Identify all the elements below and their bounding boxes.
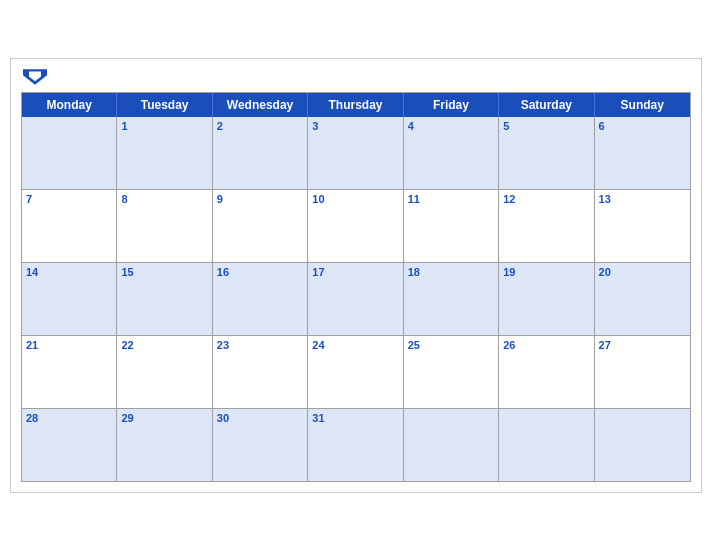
day-cell: 21	[22, 336, 117, 408]
day-number: 31	[312, 412, 398, 424]
day-number: 6	[599, 120, 686, 132]
day-number: 28	[26, 412, 112, 424]
day-cell: 0	[595, 409, 690, 481]
day-number: 8	[121, 193, 207, 205]
week-row-2: 78910111213	[22, 190, 690, 263]
day-header-monday: Monday	[22, 93, 117, 117]
day-cell: 0	[22, 117, 117, 189]
day-number: 20	[599, 266, 686, 278]
day-cell: 20	[595, 263, 690, 335]
calendar: MondayTuesdayWednesdayThursdayFridaySatu…	[10, 58, 702, 493]
day-cell: 7	[22, 190, 117, 262]
calendar-weeks: 0123456789101112131415161718192021222324…	[22, 117, 690, 482]
day-cell: 13	[595, 190, 690, 262]
day-cell: 25	[404, 336, 499, 408]
day-header-wednesday: Wednesday	[213, 93, 308, 117]
day-number: 3	[312, 120, 398, 132]
day-cell: 19	[499, 263, 594, 335]
day-cell: 24	[308, 336, 403, 408]
day-number: 2	[217, 120, 303, 132]
calendar-grid: MondayTuesdayWednesdayThursdayFridaySatu…	[21, 92, 691, 482]
day-number: 15	[121, 266, 207, 278]
day-number: 24	[312, 339, 398, 351]
day-header-thursday: Thursday	[308, 93, 403, 117]
day-cell: 22	[117, 336, 212, 408]
day-header-tuesday: Tuesday	[117, 93, 212, 117]
day-number: 13	[599, 193, 686, 205]
day-cell: 0	[404, 409, 499, 481]
day-number: 12	[503, 193, 589, 205]
day-header-saturday: Saturday	[499, 93, 594, 117]
day-number: 18	[408, 266, 494, 278]
day-cell: 5	[499, 117, 594, 189]
day-cell: 6	[595, 117, 690, 189]
logo-icon	[23, 69, 47, 85]
day-cell: 2	[213, 117, 308, 189]
day-cell: 15	[117, 263, 212, 335]
day-cell: 11	[404, 190, 499, 262]
day-number: 16	[217, 266, 303, 278]
day-cell: 17	[308, 263, 403, 335]
day-number: 27	[599, 339, 686, 351]
day-number: 17	[312, 266, 398, 278]
day-cell: 9	[213, 190, 308, 262]
day-cell: 4	[404, 117, 499, 189]
day-cell: 16	[213, 263, 308, 335]
day-number: 14	[26, 266, 112, 278]
day-number: 29	[121, 412, 207, 424]
day-number: 7	[26, 193, 112, 205]
day-number: 5	[503, 120, 589, 132]
day-cell: 28	[22, 409, 117, 481]
day-number: 1	[121, 120, 207, 132]
day-cell: 30	[213, 409, 308, 481]
day-number: 30	[217, 412, 303, 424]
day-number: 10	[312, 193, 398, 205]
day-cell: 12	[499, 190, 594, 262]
day-cell: 31	[308, 409, 403, 481]
logo-area	[23, 69, 47, 86]
day-cell: 3	[308, 117, 403, 189]
day-cell: 18	[404, 263, 499, 335]
day-cell: 10	[308, 190, 403, 262]
day-number: 25	[408, 339, 494, 351]
day-number: 11	[408, 193, 494, 205]
day-cell: 8	[117, 190, 212, 262]
day-number: 9	[217, 193, 303, 205]
day-cell: 23	[213, 336, 308, 408]
day-number: 21	[26, 339, 112, 351]
day-number: 22	[121, 339, 207, 351]
day-cell: 0	[499, 409, 594, 481]
day-header-sunday: Sunday	[595, 93, 690, 117]
day-cell: 29	[117, 409, 212, 481]
day-cell: 14	[22, 263, 117, 335]
calendar-header	[21, 69, 691, 86]
day-cell: 27	[595, 336, 690, 408]
day-number: 4	[408, 120, 494, 132]
day-number: 23	[217, 339, 303, 351]
day-number: 26	[503, 339, 589, 351]
week-row-5: 28293031000	[22, 409, 690, 482]
week-row-4: 21222324252627	[22, 336, 690, 409]
week-row-3: 14151617181920	[22, 263, 690, 336]
day-number: 19	[503, 266, 589, 278]
day-header-friday: Friday	[404, 93, 499, 117]
week-row-1: 0123456	[22, 117, 690, 190]
day-cell: 1	[117, 117, 212, 189]
day-cell: 26	[499, 336, 594, 408]
day-headers-row: MondayTuesdayWednesdayThursdayFridaySatu…	[22, 93, 690, 117]
